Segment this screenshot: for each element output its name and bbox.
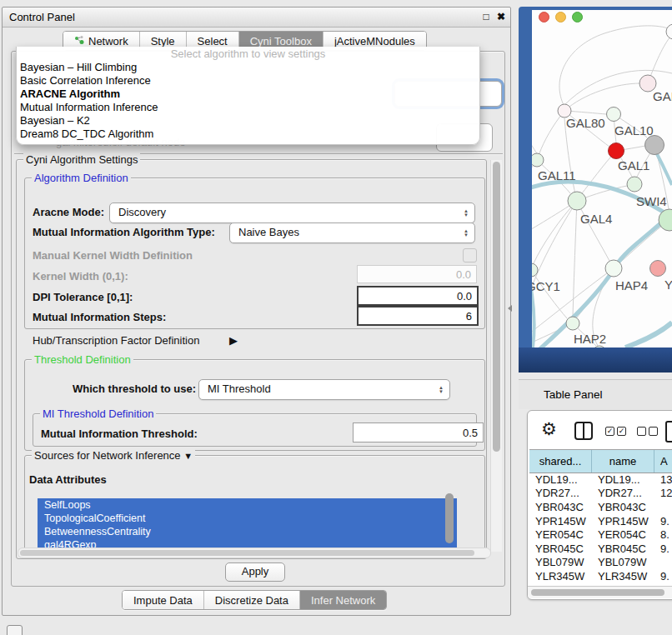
- table-hscrollbar-track[interactable]: [528, 586, 672, 598]
- deselect-all-checkbox-icon[interactable]: [649, 427, 658, 436]
- restore-icon[interactable]: □: [480, 11, 492, 22]
- tab-label: Select: [198, 35, 228, 48]
- network-node-gal11[interactable]: [532, 153, 544, 167]
- aracne-mode-label: Aracne Mode:: [33, 206, 104, 218]
- mi-algorithm-type-combobox[interactable]: Naive Bayes ▲▼: [229, 222, 475, 243]
- table-header-row[interactable]: shared...nameA: [529, 449, 672, 473]
- table-cell: 8.: [654, 528, 672, 541]
- table-row[interactable]: YBL079WYBL079W: [529, 556, 672, 570]
- deselect-all-checkbox-icon[interactable]: [637, 427, 646, 436]
- dropdown-item-bayesian-k2[interactable]: Bayesian – K2: [17, 114, 479, 128]
- table-rows[interactable]: YDL19...YDL19...13YDR27...YDR27...12YBR0…: [529, 472, 672, 597]
- table-cell: YLR345W: [529, 570, 592, 582]
- node-label: GCY1: [532, 279, 560, 293]
- table-row[interactable]: YBR043CYBR043C: [529, 500, 672, 514]
- panel-divider-handle[interactable]: [508, 305, 512, 312]
- table-row[interactable]: YPR145WYPR145W9.: [529, 514, 672, 528]
- aracne-mode-combobox[interactable]: Discovery ▲▼: [109, 202, 475, 223]
- attribute-item-betweennesscentrality[interactable]: BetweennessCentrality: [38, 525, 457, 538]
- table-cell: YLR345W: [592, 570, 654, 582]
- mi-steps-value: 6: [466, 310, 472, 322]
- spinner-icon: ▲▼: [464, 229, 469, 238]
- attribute-item-topologicalcoefficient[interactable]: TopologicalCoefficient: [38, 512, 457, 525]
- network-graph[interactable]: GALGAL80GAL10GAL1GAL11SWI4GAL4GCY1HAP4YH…: [532, 10, 672, 348]
- node-label: GAL1: [618, 158, 649, 172]
- data-attributes-list[interactable]: SelfLoopsTopologicalCoefficientBetweenne…: [38, 498, 457, 552]
- node-label: GAL80: [566, 116, 605, 130]
- tab-label: Network: [88, 35, 128, 48]
- network-node[interactable]: [645, 136, 664, 155]
- tab-label: Impute Data: [133, 594, 193, 607]
- tab-discretize-data[interactable]: Discretize Data: [204, 591, 300, 609]
- table-row[interactable]: YDL19...YDL19...13: [529, 472, 672, 487]
- mi-threshold-label: Mutual Information Threshold:: [41, 428, 198, 440]
- column-header-name[interactable]: name: [592, 450, 654, 472]
- manual-kernel-width-label: Manual Kernel Width Definition: [33, 249, 193, 262]
- dropdown-item-aracne-algorithm[interactable]: ARACNE Algorithm: [17, 88, 479, 101]
- table-row[interactable]: YLR345WYLR345W9.: [529, 569, 672, 583]
- dropdown-item-dream8-dc-tdc-algorithm[interactable]: Dream8 DC_TDC Algorithm: [17, 128, 479, 141]
- data-attributes-label: Data Attributes: [29, 473, 107, 486]
- tab-label: Cyni Toolbox: [250, 35, 312, 48]
- attribute-item-selfloops[interactable]: SelfLoops: [38, 498, 457, 512]
- network-node-hap2[interactable]: [566, 317, 579, 330]
- settings-hscrollbar-track[interactable]: [18, 548, 491, 558]
- list-scrollbar-thumb[interactable]: [445, 493, 454, 543]
- table-row[interactable]: YBR045CYBR045C9.: [529, 542, 672, 556]
- which-threshold-value: MI Threshold: [208, 382, 271, 395]
- mi-steps-field[interactable]: 6: [357, 306, 479, 326]
- collapse-arrow-icon[interactable]: ▼: [183, 451, 193, 461]
- gear-icon[interactable]: ⚙: [541, 419, 557, 439]
- network-node-swi4[interactable]: [627, 177, 642, 192]
- table-hscrollbar-thumb[interactable]: [531, 589, 664, 596]
- split-columns-icon[interactable]: [574, 422, 593, 440]
- table-row[interactable]: YER054CYER054C8.: [529, 528, 672, 542]
- spinner-icon: ▲▼: [464, 209, 469, 218]
- network-node[interactable]: [666, 24, 672, 39]
- column-header-shared[interactable]: shared...: [529, 450, 592, 472]
- close-icon[interactable]: ✖: [495, 11, 507, 22]
- dpi-tolerance-field[interactable]: 0.0: [357, 286, 479, 306]
- table-cell: YDR27...: [592, 487, 654, 499]
- column-header-a[interactable]: A: [654, 450, 672, 472]
- network-node-gal4[interactable]: [568, 192, 586, 210]
- control-panel-titlebar[interactable]: Control Panel □ ✖: [3, 8, 510, 28]
- collapsed-panel-icon[interactable]: [7, 625, 23, 635]
- dropdown-item-bayesian-hill-climbing[interactable]: Bayesian – Hill Climbing: [17, 61, 479, 74]
- network-node-hap4[interactable]: [605, 260, 622, 277]
- kernel-width-value: 0.0: [456, 268, 471, 281]
- apply-button[interactable]: Apply: [225, 562, 285, 582]
- select-all-checkbox-icon[interactable]: ✓: [617, 427, 626, 436]
- table-row[interactable]: YDR27...YDR27...12: [529, 487, 672, 501]
- settings-hscrollbar-thumb[interactable]: [20, 550, 474, 556]
- sources-title-text: Sources for Network Inference: [34, 449, 181, 462]
- which-threshold-combobox[interactable]: MI Threshold ▲▼: [198, 379, 450, 400]
- node-label: SWI4: [636, 194, 667, 208]
- tab-infer-network[interactable]: Infer Network: [300, 591, 386, 609]
- network-node-gal1[interactable]: [609, 143, 624, 159]
- manual-kernel-width-checkbox[interactable]: [463, 248, 477, 262]
- table-cell: YDR27...: [529, 487, 592, 499]
- new-table-icon[interactable]: [665, 421, 672, 442]
- tab-label: Infer Network: [311, 594, 375, 607]
- mi-threshold-field[interactable]: 0.5: [353, 422, 484, 442]
- dropdown-item-mutual-information-inference[interactable]: Mutual Information Inference: [17, 101, 479, 114]
- table-cell: 13: [654, 473, 672, 486]
- dropdown-item-basic-correlation-inference[interactable]: Basic Correlation Inference: [17, 74, 479, 88]
- kernel-width-field[interactable]: 0.0: [357, 265, 477, 283]
- tab-impute-data[interactable]: Impute Data: [123, 591, 204, 609]
- algorithm-dropdown-list[interactable]: Select algorithm to view settings Bayesi…: [16, 47, 480, 145]
- window-title: Control Panel: [9, 11, 75, 23]
- table-cell: YPR145W: [529, 515, 592, 528]
- node-label: HAP4: [615, 278, 648, 292]
- network-node-gal10[interactable]: [607, 108, 621, 122]
- select-all-checkbox-icon[interactable]: ✓: [605, 427, 614, 436]
- tab-label: jActiveMNodules: [334, 35, 415, 48]
- network-node-y[interactable]: [650, 261, 666, 277]
- table-cell: YBR045C: [592, 542, 654, 555]
- expand-arrow-icon[interactable]: ▶: [229, 334, 238, 347]
- settings-vscrollbar-thumb[interactable]: [493, 162, 500, 452]
- table-panel-header: Table Panel: [519, 379, 672, 409]
- settings-vscrollbar-track[interactable]: [490, 160, 502, 552]
- table-cell: 9.: [654, 570, 672, 582]
